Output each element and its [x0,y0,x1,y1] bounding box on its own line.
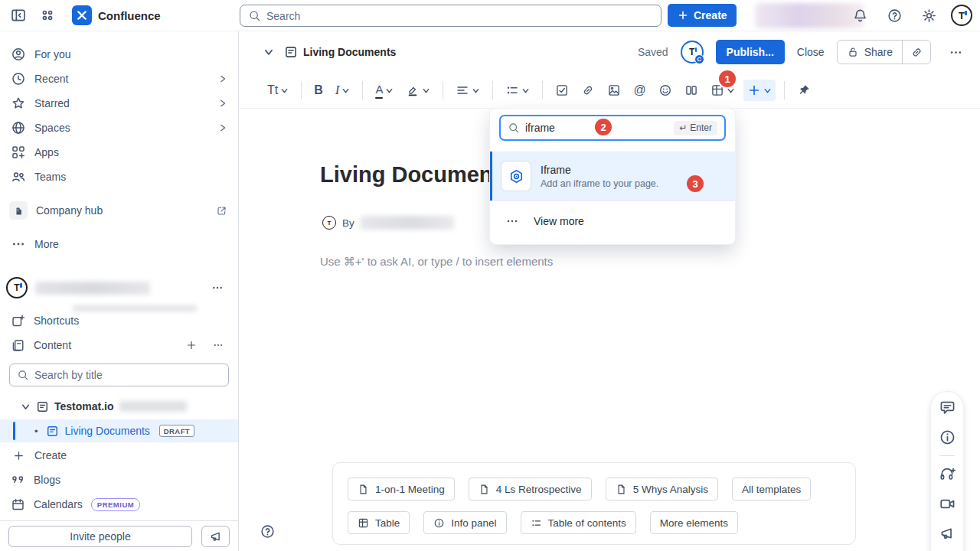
italic-button[interactable]: I [332,79,354,102]
publish-button[interactable]: Publish... [716,40,785,64]
breadcrumb-chevron-button[interactable] [260,43,278,61]
tree-item-living-documents-selected[interactable]: • Living Documents DRAFT [0,419,238,442]
info-circle-icon [433,517,445,529]
space-header[interactable]: T [0,272,238,303]
global-search[interactable] [240,5,662,27]
insert-info-panel-shortcut[interactable]: Info panel [423,511,506,534]
editor-placeholder[interactable]: Use ⌘+' to ask AI, or type / to insert e… [320,255,553,269]
chevron-down-icon[interactable] [21,402,31,412]
template-5-whys-analysis[interactable]: 5 Whys Analysis [606,478,718,500]
sidebar-item-calendars[interactable]: Calendars PREMIUM [0,495,238,514]
content-search-input[interactable] [34,369,221,381]
copy-link-button[interactable] [903,41,930,64]
insert-table-shortcut[interactable]: Table [348,511,410,534]
breadcrumb-page-title[interactable]: Living Documents [303,46,396,58]
sidebar-create-page-button[interactable]: Create [0,446,77,465]
insert-elements-button[interactable] [743,80,776,101]
video-button[interactable] [939,495,956,513]
save-status: Saved [638,46,668,58]
app-switcher-button[interactable] [35,3,60,28]
highlighter-icon [406,83,420,97]
sidebar-item-apps[interactable]: Apps [0,140,238,165]
global-search-input[interactable] [266,10,653,22]
sidebar-item-label: Company hub [36,204,207,217]
lists-button[interactable] [501,80,534,101]
text-style-button[interactable]: Tt [263,80,292,101]
shortcut-add-icon [11,314,25,328]
content-add-button[interactable] [182,336,201,354]
insert-toc-shortcut[interactable]: Table of contents [521,511,636,534]
layouts-button[interactable] [681,80,702,101]
sidebar-item-content[interactable]: Content [0,334,238,356]
chevron-right-icon [218,74,227,83]
text-color-button[interactable]: A [371,79,397,102]
comments-button[interactable] [939,399,956,416]
insert-image-button[interactable] [603,80,625,101]
top-bar: Confluence Create T [0,0,980,31]
annotation-step-3: 3 [687,175,704,192]
divider [542,81,543,99]
top-bar-left: Confluence [0,0,161,31]
confluence-logo-icon[interactable] [72,5,92,25]
help-button[interactable] [882,3,906,28]
user-avatar[interactable]: T [951,5,972,26]
highlight-color-button[interactable] [402,80,434,101]
sidebar-item-blogs[interactable]: Blogs [0,471,238,489]
feedback-button[interactable] [201,526,230,547]
content-more-button[interactable] [209,336,227,354]
chevron-right-icon [218,123,227,132]
notifications-button[interactable] [848,3,872,28]
task-list-button[interactable] [551,80,573,101]
invite-people-button[interactable]: Invite people [8,526,192,547]
sidebar-item-starred[interactable]: Starred [0,91,238,116]
create-button[interactable]: Create [668,4,737,27]
insert-link-button[interactable] [577,80,599,101]
details-button[interactable] [939,429,956,446]
confluence-editor-screen: Confluence Create T [0,0,980,551]
sidebar-item-recent[interactable]: Recent [0,67,238,91]
alignment-button[interactable] [452,80,484,101]
space-more-button[interactable] [207,278,227,298]
bold-button[interactable]: B [310,80,327,101]
sidebar-item-label: Calendars [34,498,83,510]
settings-button[interactable] [916,3,941,28]
tree-item-space-root[interactable]: Testomat.io [0,397,238,416]
sidebar-item-for-you[interactable]: For you [0,42,238,67]
collapse-sidebar-button[interactable] [6,3,31,28]
more-elements-button[interactable]: More elements [650,511,738,534]
chevron-down-icon [727,86,735,95]
announcement-button[interactable] [939,525,956,542]
sidebar-footer: Invite people [0,520,238,551]
editor-help-button[interactable] [260,523,276,540]
enter-key-hint: ↵ Enter [674,121,717,135]
link-icon [910,46,923,59]
sidebar-item-company-hub[interactable]: Company hub [0,198,238,223]
comment-icon [939,399,956,416]
template-suggestions-panel: 1-on-1 Meeting 4 Ls Retrospective 5 Whys… [332,462,856,545]
plus-icon [12,449,25,462]
sidebar-item-more[interactable]: More [0,232,238,256]
chevron-down-icon [422,86,430,95]
page-more-button[interactable] [943,40,968,64]
insert-search[interactable]: ↵ Enter [499,115,726,141]
emoji-button[interactable] [655,80,676,101]
template-1-on-1-meeting[interactable]: 1-on-1 Meeting [348,478,455,500]
image-icon [607,83,621,97]
sidebar-item-label: Starred [34,97,210,109]
sidebar-item-spaces[interactable]: Spaces [0,116,238,140]
content-search[interactable] [9,364,229,386]
checkbox-icon [555,83,569,97]
sidebar-item-shortcuts[interactable]: Shortcuts [0,310,238,331]
collaborator-avatar[interactable]: T C [681,41,704,64]
all-templates-button[interactable]: All templates [732,478,811,500]
document-title[interactable]: Living Documents [320,162,512,187]
gear-icon [921,8,937,24]
view-more-button[interactable]: View more [490,201,735,244]
close-button[interactable]: Close [797,46,825,58]
audio-huddle-button[interactable] [939,465,956,483]
mention-button[interactable]: @ [629,80,649,101]
template-4ls-retrospective[interactable]: 4 Ls Retrospective [469,478,592,500]
pin-toolbar-button[interactable] [793,80,815,101]
share-button[interactable]: Share [838,41,902,64]
sidebar-item-teams[interactable]: Teams [0,165,238,189]
